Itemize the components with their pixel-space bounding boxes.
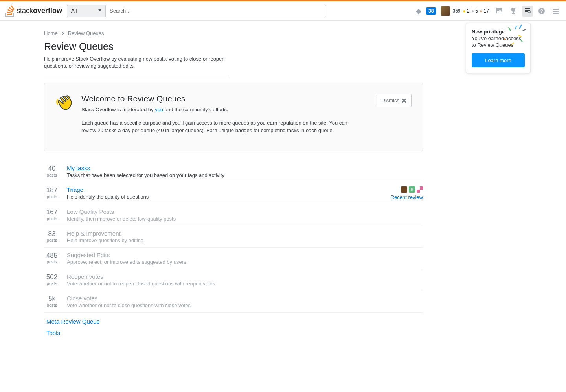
queue-count: 167	[44, 208, 60, 216]
queue-list: 40 posts My tasks Tasks that have been s…	[44, 161, 423, 313]
queue-desc: Identify, then improve or delete low-qua…	[67, 216, 423, 222]
search-input[interactable]	[105, 5, 326, 17]
queue-desc: Vote whether ot not to close questions w…	[67, 302, 423, 308]
breadcrumb-home[interactable]: Home	[44, 30, 58, 36]
queue-title[interactable]: Triage	[67, 186, 384, 193]
queue-title: Low Quality Posts	[67, 208, 423, 215]
queue-desc: Help improve questions by editing	[67, 237, 423, 243]
help-icon[interactable]: ?	[536, 6, 547, 17]
svg-rect-2	[553, 9, 559, 10]
meta-review-link[interactable]: Meta Review Queue	[46, 316, 423, 327]
queue-title[interactable]: My tasks	[67, 165, 423, 171]
welcome-body: Each queue has a specific purpose and yo…	[81, 119, 349, 134]
queue-count: 502	[44, 273, 60, 281]
popup-body: You've earned access to Review Queues	[472, 35, 525, 49]
learn-more-button[interactable]: Learn more	[472, 53, 525, 67]
notification-badge[interactable]: 38	[426, 7, 436, 15]
queue-row[interactable]: 187 posts Triage Help identify the quali…	[44, 182, 423, 204]
recent-review-link[interactable]: Recent review	[391, 194, 423, 200]
popup-title: New privilege	[472, 29, 525, 35]
queue-desc: Vote whether or not to reopen closed que…	[67, 281, 423, 287]
avatar	[441, 6, 450, 16]
review-icon[interactable]	[522, 6, 533, 17]
privilege-popup: New privilege You've earned access to Re…	[466, 23, 531, 73]
page-title: Review Queues	[44, 41, 423, 52]
queue-count: 485	[44, 252, 60, 259]
dismiss-button[interactable]: Dismiss	[377, 94, 412, 107]
breadcrumb-current: Review Queues	[68, 30, 104, 36]
tools-link[interactable]: Tools	[46, 327, 423, 339]
queue-title: Help & Improvement	[67, 230, 423, 237]
recent-reviewers: H	[391, 186, 423, 193]
queue-row: 502 posts Reopen votes Vote whether or n…	[44, 269, 423, 291]
queue-title: Reopen votes	[67, 273, 423, 280]
svg-line-7	[519, 25, 522, 29]
welcome-box: Welcome to Review Queues Stack Overflow …	[44, 83, 423, 151]
welcome-title: Welcome to Review Queues	[81, 94, 368, 103]
achievements-icon[interactable]	[508, 6, 519, 17]
close-icon	[402, 98, 406, 103]
profile-link[interactable]: 359 ● 2 ● 5 ● 17	[441, 6, 489, 16]
search-filter-select[interactable]: All	[67, 5, 105, 17]
queue-title: Suggested Edits	[67, 252, 423, 258]
svg-rect-3	[553, 11, 559, 12]
queue-row: 5k posts Close votes Vote whether ot not…	[44, 291, 423, 313]
inbox-icon[interactable]	[494, 6, 505, 17]
queue-count: 5k	[44, 295, 60, 303]
diamond-icon[interactable]: ◆	[416, 7, 421, 15]
queue-count: 40	[44, 165, 60, 173]
page-subtitle: Help improve Stack Overflow by evaluatin…	[44, 55, 229, 76]
search-wrap: All	[67, 5, 326, 17]
queue-desc: Tasks that have been selected for you ba…	[67, 172, 423, 178]
stackoverflow-icon	[5, 5, 15, 17]
chevron-right-icon	[61, 31, 65, 35]
wave-icon	[55, 94, 73, 111]
welcome-intro: Stack Overflow is moderated by you and t…	[81, 106, 349, 114]
breadcrumb: Home Review Queues	[44, 30, 423, 36]
queue-desc: Approve, reject, or improve edits sugges…	[67, 259, 423, 265]
menu-icon[interactable]	[550, 6, 561, 17]
logo[interactable]: stackoverflow	[5, 5, 62, 17]
queue-count: 187	[44, 186, 60, 194]
svg-text:?: ?	[540, 9, 543, 13]
queue-row: 83 posts Help & Improvement Help improve…	[44, 226, 423, 248]
queue-row: 167 posts Low Quality Posts Identify, th…	[44, 204, 423, 226]
reputation: 359	[452, 8, 460, 14]
topbar: stackoverflow All ◆ 38 359 ● 2 ● 5 ● 17 …	[0, 1, 566, 21]
queue-row: 485 posts Suggested Edits Approve, rejec…	[44, 248, 423, 269]
queue-count: 83	[44, 230, 60, 238]
queue-desc: Help identify the quality of questions	[67, 194, 384, 200]
queue-row[interactable]: 40 posts My tasks Tasks that have been s…	[44, 161, 423, 182]
queue-title: Close votes	[67, 295, 423, 302]
you-link[interactable]: you	[155, 107, 163, 112]
svg-rect-4	[553, 13, 559, 14]
